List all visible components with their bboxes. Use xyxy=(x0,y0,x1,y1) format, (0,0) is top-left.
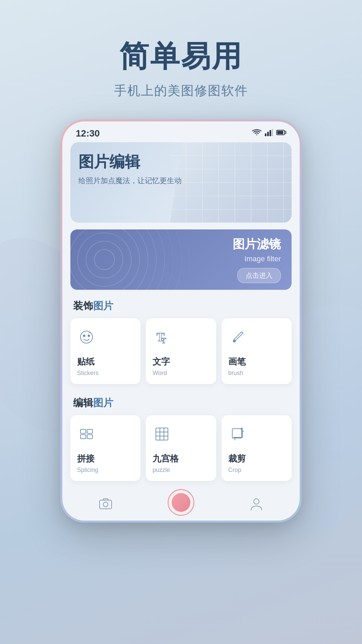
filter-title-cn: 图片滤镜 xyxy=(233,236,281,253)
splicing-name-cn: 拼接 xyxy=(77,453,95,465)
tool-crop[interactable]: 裁剪 Crop xyxy=(222,415,292,481)
splicing-icon xyxy=(77,425,96,443)
text-name-cn: 文字 xyxy=(153,356,170,368)
crop-icon xyxy=(228,425,247,443)
svg-point-35 xyxy=(233,340,235,342)
phone-mockup: 12:30 xyxy=(60,119,302,523)
svg-rect-0 xyxy=(265,133,266,136)
filter-card-content: 图片滤镜 Image filter 点击进入 xyxy=(233,236,281,283)
decorate-section-header: 装饰图片 xyxy=(62,290,300,318)
nav-center-inner xyxy=(172,493,190,512)
svg-rect-3 xyxy=(272,129,273,136)
svg-point-31 xyxy=(83,335,85,336)
phone-wrapper: 12:30 xyxy=(0,119,362,523)
svg-point-26 xyxy=(70,229,165,290)
nav-center-button[interactable] xyxy=(168,489,194,516)
sticker-icon xyxy=(77,328,96,346)
svg-text:T: T xyxy=(161,336,166,345)
svg-point-20 xyxy=(95,250,115,270)
decorate-tools-grid: 贴纸 Stickers T T 文字 Word xyxy=(62,318,300,387)
phone-screen: 12:30 xyxy=(62,121,300,521)
svg-rect-5 xyxy=(277,131,283,134)
svg-rect-36 xyxy=(80,429,86,433)
edit-tools-grid: 拼接 Splicing 九宫格 puzz xyxy=(62,415,300,484)
hero-text-area: 图片编辑 给照片加点魔法，让记忆更生动 xyxy=(78,152,182,186)
splicing-name-en: Splicing xyxy=(77,467,98,474)
text-icon: T T xyxy=(153,328,171,346)
svg-rect-40 xyxy=(156,428,168,440)
svg-point-32 xyxy=(88,335,90,336)
header-section: 简单易用 手机上的美图修图软件 xyxy=(0,0,362,119)
tool-brush[interactable]: 画笔 brush xyxy=(222,318,292,384)
nav-item-person[interactable] xyxy=(248,496,265,513)
nav-item-photo[interactable] xyxy=(97,496,114,513)
filter-enter-button[interactable]: 点击进入 xyxy=(237,268,281,283)
svg-point-48 xyxy=(254,499,259,504)
crop-name-en: Crop xyxy=(228,467,241,474)
edit-section-header: 编辑图片 xyxy=(62,387,300,415)
status-bar: 12:30 xyxy=(62,121,300,142)
puzzle-icon xyxy=(153,425,171,443)
filter-waves xyxy=(70,229,192,290)
svg-rect-46 xyxy=(100,500,112,509)
brush-name-en: brush xyxy=(228,370,243,377)
sticker-name-cn: 贴纸 xyxy=(77,356,95,368)
nav-item-center[interactable] xyxy=(168,489,194,513)
svg-point-21 xyxy=(86,241,123,278)
svg-point-23 xyxy=(70,229,140,290)
hero-banner: 图片编辑 给照片加点魔法，让记忆更生动 xyxy=(70,142,292,223)
tool-puzzle[interactable]: 九宫格 puzzle xyxy=(146,415,216,481)
hero-sub-text: 给照片加点魔法，让记忆更生动 xyxy=(78,176,182,186)
puzzle-name-en: puzzle xyxy=(153,467,170,474)
building-grid xyxy=(170,142,292,223)
filter-title-en: Image filter xyxy=(233,255,281,263)
nav-person-icon xyxy=(248,496,265,513)
main-title: 简单易用 xyxy=(0,40,362,73)
tool-splicing[interactable]: 拼接 Splicing xyxy=(70,415,140,481)
crop-name-cn: 裁剪 xyxy=(228,453,246,465)
tool-stickers[interactable]: 贴纸 Stickers xyxy=(70,318,140,384)
svg-rect-37 xyxy=(87,429,93,433)
text-name-en: Word xyxy=(153,370,167,377)
puzzle-name-cn: 九宫格 xyxy=(153,453,179,465)
wifi-icon xyxy=(252,129,261,138)
filter-card[interactable]: 图片滤镜 Image filter 点击进入 xyxy=(70,229,292,290)
status-time: 12:30 xyxy=(76,128,100,139)
hero-main-text: 图片编辑 xyxy=(78,152,182,172)
brush-name-cn: 画笔 xyxy=(228,356,246,368)
phone-bottom xyxy=(62,484,300,521)
sub-title: 手机上的美图修图软件 xyxy=(0,82,362,99)
status-icons xyxy=(252,129,286,138)
brush-icon xyxy=(228,328,247,346)
svg-rect-1 xyxy=(267,132,269,136)
svg-rect-39 xyxy=(87,435,93,439)
signal-icon xyxy=(265,129,273,138)
svg-rect-45 xyxy=(232,429,242,438)
svg-rect-38 xyxy=(80,435,86,439)
svg-rect-2 xyxy=(269,130,271,136)
svg-point-25 xyxy=(70,229,157,290)
nav-photo-icon xyxy=(97,496,114,513)
battery-icon xyxy=(276,129,286,138)
tool-text[interactable]: T T 文字 Word xyxy=(146,318,216,384)
svg-point-24 xyxy=(70,229,148,290)
sticker-name-en: Stickers xyxy=(77,370,99,377)
svg-point-47 xyxy=(103,502,108,507)
bottom-nav xyxy=(70,489,292,513)
